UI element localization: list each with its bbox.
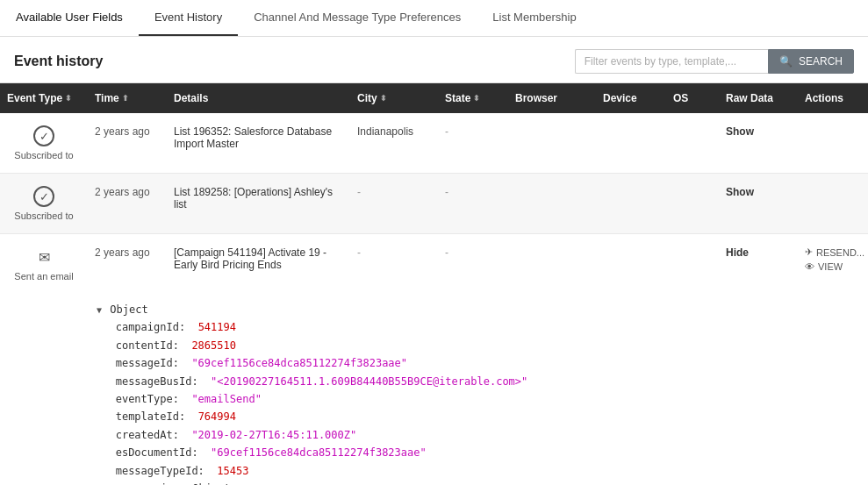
field-val: "<20190227164511.1.609B84440B55B9CE@iter… <box>211 375 527 388</box>
detail-field-templateId: templateId: 764994 <box>97 408 854 425</box>
os-cell <box>666 243 719 250</box>
browser-cell <box>508 243 596 250</box>
th-city: City ⬍ <box>350 83 438 113</box>
detail-campaign-object: ▶ campaign: Object <box>97 480 854 485</box>
event-type-cell: ✓ Subscribed to <box>0 122 88 164</box>
os-cell <box>666 182 719 189</box>
table-row: ✉ Sent an email 2 years ago [Campaign 54… <box>0 234 868 485</box>
field-key: contentId: <box>116 339 179 352</box>
field-key: createdAt: <box>116 429 179 441</box>
th-state: State ⬍ <box>438 83 508 113</box>
state-cell: - <box>438 182 508 202</box>
time-cell: 2 years ago <box>88 122 167 141</box>
search-icon: 🔍 <box>779 55 793 68</box>
th-os: OS <box>666 83 719 113</box>
field-key: esDocumentId: <box>116 446 198 459</box>
event-table: Event Type ⬍ Time ⬆ Details City ⬍ State… <box>0 82 868 485</box>
field-key: messageId: <box>116 357 179 369</box>
check-icon: ✓ <box>33 125 54 146</box>
th-time: Time ⬆ <box>88 83 167 113</box>
tab-list-membership[interactable]: List Membership <box>477 0 592 36</box>
page-title: Event history <box>14 53 103 69</box>
th-browser: Browser <box>508 83 596 113</box>
details-cell: List 189258: [Operations] Ashley's list <box>167 182 350 214</box>
device-cell <box>596 122 666 129</box>
state-cell: - <box>438 243 508 262</box>
sort-icon-city: ⬍ <box>380 94 387 103</box>
device-cell <box>596 243 666 250</box>
sort-icon-event-type: ⬍ <box>65 94 72 103</box>
row-main: ✉ Sent an email 2 years ago [Campaign 54… <box>0 234 868 294</box>
detail-field-messageTypeId: messageTypeId: 15453 <box>97 462 854 480</box>
row-main: ✓ Subscribed to 2 years ago List 196352:… <box>0 113 868 173</box>
search-button[interactable]: 🔍 SEARCH <box>768 49 854 74</box>
tab-available-user-fields[interactable]: Available User Fields <box>0 0 139 36</box>
resend-button[interactable]: ✈ RESEND... <box>805 246 861 258</box>
table-row: ✓ Subscribed to 2 years ago List 189258:… <box>0 174 868 234</box>
th-actions: Actions <box>798 83 868 113</box>
detail-field-eventType: eventType: "emailSend" <box>97 390 854 408</box>
time-cell: 2 years ago <box>88 182 167 202</box>
th-details: Details <box>167 83 350 113</box>
page-header: Event history 🔍 SEARCH <box>0 37 868 82</box>
table-header: Event Type ⬍ Time ⬆ Details City ⬍ State… <box>0 83 868 113</box>
field-val: "69cef1156ce84dca85112274f3823aae" <box>211 446 427 459</box>
event-type-cell: ✓ Subscribed to <box>0 182 88 225</box>
os-cell <box>666 122 719 129</box>
city-cell: - <box>350 243 438 262</box>
state-cell: - <box>438 122 508 141</box>
field-val: 2865510 <box>191 339 236 352</box>
time-cell: 2 years ago <box>88 243 167 262</box>
detail-field-messageId: messageId: "69cef1156ce84dca85112274f382… <box>97 354 854 372</box>
th-device: Device <box>596 83 666 113</box>
city-cell: - <box>350 182 438 202</box>
check-icon: ✓ <box>33 186 54 207</box>
view-icon: 👁 <box>805 261 814 272</box>
hide-link[interactable]: Hide <box>726 246 749 259</box>
field-key: messageTypeId: <box>116 465 204 477</box>
raw-data-cell: Show <box>719 122 798 141</box>
device-cell <box>596 182 666 189</box>
event-type-label: Subscribed to <box>14 150 73 160</box>
detail-field-campaignId: campaignId: 541194 <box>97 318 854 336</box>
field-key: eventType: <box>116 393 179 405</box>
filter-input[interactable] <box>575 49 768 74</box>
view-label: VIEW <box>818 261 843 272</box>
detail-field-messageBusId: messageBusId: "<20190227164511.1.609B844… <box>97 373 854 390</box>
th-event-type: Event Type ⬍ <box>0 83 88 113</box>
field-val: "emailSend" <box>191 393 261 405</box>
sort-icon-state: ⬍ <box>473 94 480 103</box>
field-key: templateId: <box>116 410 185 423</box>
actions-cell <box>798 182 868 189</box>
raw-data-cell: Hide <box>719 243 798 262</box>
collapse-icon[interactable]: ▼ <box>97 305 102 315</box>
view-button[interactable]: 👁 VIEW <box>805 261 861 272</box>
resend-label: RESEND... <box>816 247 864 258</box>
field-val: "69cef1156ce84dca85112274f3823aae" <box>191 357 407 369</box>
show-link[interactable]: Show <box>726 125 754 138</box>
field-key: campaignId: <box>116 321 185 333</box>
sort-icon-time: ⬆ <box>122 94 129 103</box>
filter-bar: 🔍 SEARCH <box>575 49 854 74</box>
field-val: 764994 <box>198 410 236 423</box>
raw-data-cell: Show <box>719 182 798 202</box>
event-expanded-details: ▼ Object campaignId: 541194 contentId: 2… <box>0 294 868 485</box>
tabs-bar: Available User Fields Event History Chan… <box>0 0 868 37</box>
detail-field-esDocumentId: esDocumentId: "69cef1156ce84dca85112274f… <box>97 444 854 461</box>
tab-event-history[interactable]: Event History <box>139 0 238 36</box>
show-link[interactable]: Show <box>726 186 754 198</box>
actions-cell <box>798 122 868 129</box>
details-cell: [Campaign 541194] Activate 19 - Early Bi… <box>167 243 350 275</box>
detail-field-createdAt: createdAt: "2019-02-27T16:45:11.000Z" <box>97 426 854 444</box>
browser-cell <box>508 182 596 189</box>
tab-channel-message-type[interactable]: Channel And Message Type Preferences <box>238 0 477 36</box>
email-icon: ✉ <box>33 246 54 267</box>
event-type-label: Subscribed to <box>14 210 73 221</box>
table-row: ✓ Subscribed to 2 years ago List 196352:… <box>0 113 868 174</box>
field-key: messageBusId: <box>116 375 198 388</box>
detail-field-contentId: contentId: 2865510 <box>97 337 854 354</box>
city-cell: Indianapolis <box>350 122 438 141</box>
th-raw-data: Raw Data <box>719 83 798 113</box>
event-type-cell: ✉ Sent an email <box>0 243 88 285</box>
object-label: Object <box>110 303 147 316</box>
